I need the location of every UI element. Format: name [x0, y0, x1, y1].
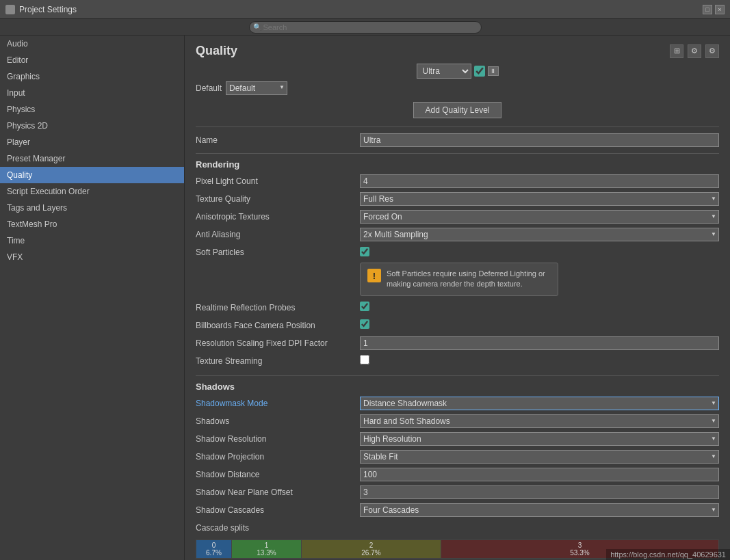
- sidebar-item-editor[interactable]: Editor: [0, 52, 184, 68]
- sidebar-item-vfx[interactable]: VFX: [0, 249, 184, 265]
- anti-aliasing-label: Anti Aliasing: [196, 230, 360, 239]
- sidebar: Audio Editor Graphics Input Physics Phys…: [0, 36, 185, 560]
- shadow-projection-select[interactable]: Stable Fit: [360, 450, 719, 464]
- close-button[interactable]: ×: [715, 5, 725, 14]
- app-icon: [5, 5, 15, 14]
- sidebar-item-preset-manager[interactable]: Preset Manager: [0, 150, 184, 167]
- sidebar-item-physics[interactable]: Physics: [0, 101, 184, 118]
- cascade-2-index: 2: [369, 542, 374, 549]
- quality-pause-button[interactable]: ⏸: [488, 66, 499, 76]
- shadow-near-plane-offset-label: Shadow Near Plane Offset: [196, 488, 360, 497]
- soft-particles-row: Soft Particles: [196, 245, 719, 260]
- cascade-1-pct: 13.3%: [257, 549, 276, 557]
- quality-icon-buttons: ⊞ ⚙ ⚙: [670, 44, 719, 58]
- sidebar-item-audio[interactable]: Audio: [0, 36, 184, 52]
- realtime-reflection-probes-checkbox[interactable]: [360, 302, 369, 311]
- cascade-1-index: 1: [265, 542, 269, 549]
- shadows-label: Shadows: [196, 416, 360, 426]
- sidebar-item-textmesh-pro[interactable]: TextMesh Pro: [0, 216, 184, 232]
- icon-btn-2[interactable]: ⚙: [688, 44, 701, 58]
- resolution-scaling-row: Resolution Scaling Fixed DPI Factor: [196, 336, 719, 351]
- billboards-face-camera-row: Billboards Face Camera Position: [196, 318, 719, 333]
- shadow-cascades-label: Shadow Cascades: [196, 505, 360, 515]
- texture-streaming-row: Texture Streaming: [196, 354, 719, 369]
- cascade-segment-0[interactable]: 0 6.7%: [196, 540, 232, 558]
- default-row: Default Default ▼: [196, 81, 719, 95]
- anti-aliasing-select[interactable]: 2x Multi Sampling: [360, 228, 719, 241]
- name-row: Name: [196, 133, 719, 148]
- cascade-splits-label: Cascade splits: [196, 523, 360, 533]
- texture-quality-row: Texture Quality Full Res ▼: [196, 191, 719, 206]
- pixel-light-count-row: Pixel Light Count: [196, 174, 719, 189]
- billboards-face-camera-label: Billboards Face Camera Position: [196, 321, 360, 330]
- sidebar-item-time[interactable]: Time: [0, 232, 184, 249]
- cascade-segment-1[interactable]: 1 13.3%: [232, 540, 302, 558]
- window-title: Project Settings: [19, 5, 77, 14]
- icon-btn-3[interactable]: ⚙: [705, 44, 719, 58]
- section-divider: [196, 126, 719, 127]
- sidebar-item-script-execution-order[interactable]: Script Execution Order: [0, 183, 184, 200]
- warning-text: Soft Particles require using Deferred Li…: [387, 269, 551, 290]
- sidebar-item-quality[interactable]: Quality: [0, 167, 184, 183]
- resolution-scaling-label: Resolution Scaling Fixed DPI Factor: [196, 338, 360, 348]
- shadows-section: Shadows Shadowmask Mode Distance Shadowm…: [196, 382, 719, 559]
- anisotropic-textures-label: Anisotropic Textures: [196, 212, 360, 222]
- sidebar-item-graphics[interactable]: Graphics: [0, 68, 184, 85]
- cascade-3-index: 3: [578, 542, 582, 549]
- shadowmask-mode-label[interactable]: Shadowmask Mode: [196, 399, 360, 408]
- shadow-distance-row: Shadow Distance: [196, 467, 719, 482]
- icon-btn-1[interactable]: ⊞: [670, 44, 683, 58]
- anti-aliasing-row: Anti Aliasing 2x Multi Sampling ▼: [196, 227, 719, 242]
- name-label: Name: [196, 135, 360, 145]
- shadow-distance-label: Shadow Distance: [196, 470, 360, 479]
- cascade-0-pct: 6.7%: [206, 549, 222, 557]
- sidebar-item-input[interactable]: Input: [0, 85, 184, 101]
- name-input[interactable]: [360, 133, 719, 147]
- quality-level-checkbox[interactable]: [474, 66, 485, 77]
- sidebar-item-physics2d[interactable]: Physics 2D: [0, 118, 184, 134]
- sidebar-item-player[interactable]: Player: [0, 134, 184, 150]
- window-controls: □ ×: [703, 5, 725, 14]
- quality-level-select[interactable]: Ultra: [417, 64, 471, 79]
- shadow-near-plane-offset-row: Shadow Near Plane Offset: [196, 485, 719, 500]
- shadows-row: Shadows Hard and Soft Shadows ▼: [196, 414, 719, 429]
- soft-particles-warning: ! Soft Particles require using Deferred …: [360, 263, 558, 296]
- search-bar: 🔍: [0, 19, 730, 36]
- shadowmask-mode-row: Shadowmask Mode Distance Shadowmask ▼: [196, 396, 719, 411]
- billboards-face-camera-checkbox[interactable]: [360, 319, 369, 329]
- shadow-resolution-select[interactable]: High Resolution: [360, 432, 719, 446]
- rendering-section-title: Rendering: [196, 159, 719, 170]
- sidebar-item-tags-and-layers[interactable]: Tags and Layers: [0, 200, 184, 216]
- shadow-cascades-select[interactable]: Four Cascades: [360, 503, 719, 517]
- minimize-button[interactable]: □: [703, 5, 712, 14]
- texture-quality-select[interactable]: Full Res: [360, 192, 719, 206]
- content-area: Quality ⊞ ⚙ ⚙ Ultra ⏸ Defau: [185, 36, 730, 560]
- add-quality-level-button[interactable]: Add Quality Level: [413, 102, 501, 118]
- shadows-select[interactable]: Hard and Soft Shadows: [360, 414, 719, 428]
- anisotropic-textures-select[interactable]: Forced On: [360, 210, 719, 224]
- pixel-light-count-input[interactable]: [360, 174, 719, 188]
- rendering-section: Rendering Pixel Light Count Texture Qual…: [196, 159, 719, 369]
- resolution-scaling-input[interactable]: [360, 336, 719, 350]
- cascade-splits-row: Cascade splits: [196, 520, 719, 535]
- texture-quality-label: Texture Quality: [196, 194, 360, 204]
- realtime-reflection-probes-label: Realtime Reflection Probes: [196, 303, 360, 312]
- default-label: Default: [196, 83, 222, 93]
- shadow-near-plane-offset-input[interactable]: [360, 485, 719, 499]
- search-input[interactable]: [249, 21, 482, 34]
- texture-streaming-checkbox[interactable]: [360, 355, 369, 364]
- shadowmask-mode-select[interactable]: Distance Shadowmask: [360, 397, 719, 410]
- shadow-distance-input[interactable]: [360, 468, 719, 481]
- shadows-divider: [196, 375, 719, 376]
- shadows-section-title: Shadows: [196, 382, 719, 392]
- texture-streaming-label: Texture Streaming: [196, 356, 360, 366]
- cascade-2-pct: 26.7%: [361, 549, 380, 557]
- shadow-projection-label: Shadow Projection: [196, 452, 360, 462]
- quality-level-row: Ultra ⏸: [196, 64, 719, 79]
- warning-icon: !: [367, 269, 381, 282]
- pixel-light-count-label: Pixel Light Count: [196, 176, 360, 186]
- default-select[interactable]: Default: [226, 81, 287, 95]
- cascade-segment-2[interactable]: 2 26.7%: [302, 540, 441, 558]
- soft-particles-checkbox[interactable]: [360, 247, 369, 256]
- cascade-0-index: 0: [212, 542, 216, 549]
